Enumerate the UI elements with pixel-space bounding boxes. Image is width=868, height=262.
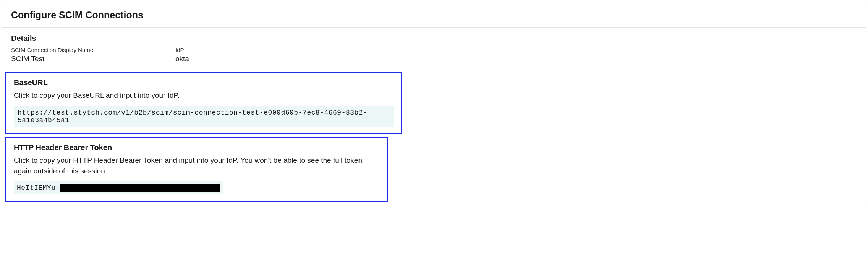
baseurl-description: Click to copy your BaseURL and input int… — [14, 90, 394, 101]
detail-value: SCIM Test — [11, 55, 175, 63]
scim-config-panel: Configure SCIM Connections Details SCIM … — [2, 2, 866, 202]
baseurl-value[interactable]: https://test.stytch.com/v1/b2b/scim/scim… — [14, 106, 394, 127]
baseurl-box: BaseURL Click to copy your BaseURL and i… — [5, 72, 402, 134]
bearer-token-description: Click to copy your HTTP Header Bearer To… — [14, 155, 379, 177]
detail-display-name: SCIM Connection Display Name SCIM Test — [11, 47, 175, 63]
bearer-token-box: HTTP Header Bearer Token Click to copy y… — [5, 137, 388, 202]
header-section: Configure SCIM Connections — [2, 2, 866, 28]
token-prefix: HeItIEMYu- — [17, 184, 60, 192]
detail-label: SCIM Connection Display Name — [11, 47, 175, 53]
details-heading: Details — [11, 34, 857, 43]
detail-idp: IdP okta — [175, 47, 189, 63]
page-title: Configure SCIM Connections — [11, 10, 857, 21]
bearer-token-heading: HTTP Header Bearer Token — [14, 143, 379, 152]
token-redacted — [60, 184, 220, 192]
details-section: Details SCIM Connection Display Name SCI… — [2, 28, 866, 70]
baseurl-heading: BaseURL — [14, 78, 394, 87]
bearer-token-value[interactable]: HeItIEMYu- — [14, 181, 223, 194]
detail-label: IdP — [175, 47, 189, 53]
details-grid: SCIM Connection Display Name SCIM Test I… — [11, 47, 857, 63]
detail-value: okta — [175, 55, 189, 63]
